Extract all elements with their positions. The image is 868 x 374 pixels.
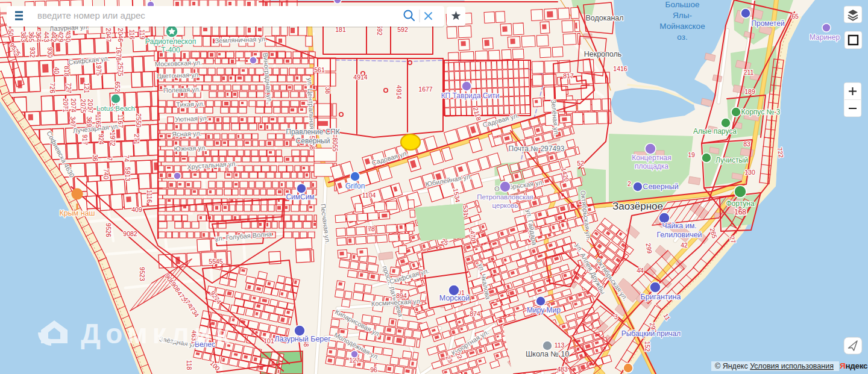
svg-text:Grifon: Grifon (345, 182, 365, 190)
svg-text:Прометей: Прометей (751, 19, 784, 28)
svg-text:383: 383 (20, 31, 27, 42)
svg-text:Рыбацкий причал: Рыбацкий причал (621, 329, 681, 338)
svg-text:42: 42 (681, 242, 688, 249)
svg-text:8055: 8055 (332, 137, 339, 152)
svg-text:101: 101 (263, 337, 274, 344)
svg-text:5913: 5913 (124, 167, 131, 181)
svg-text:площадка: площадка (635, 162, 668, 170)
svg-text:Полевая ул.: Полевая ул. (163, 86, 201, 94)
svg-text:894: 894 (396, 292, 407, 299)
svg-text:347: 347 (69, 116, 77, 127)
svg-text:церковь: церковь (492, 202, 518, 209)
svg-text:168: 168 (734, 208, 746, 216)
svg-text:817: 817 (563, 72, 574, 79)
svg-text:1677: 1677 (418, 86, 433, 93)
svg-text:726: 726 (49, 83, 56, 93)
svg-text:78: 78 (368, 225, 375, 232)
svg-text:СимСим: СимСим (286, 193, 314, 201)
svg-text:Уютная ул.: Уютная ул. (175, 114, 209, 123)
svg-text:Южная ул.: Южная ул. (174, 144, 207, 152)
svg-text:оз.: оз. (677, 33, 687, 42)
svg-text:Чайка им.: Чайка им. (662, 222, 696, 230)
svg-text:Водоканал: Водоканал (585, 14, 623, 22)
svg-text:4914: 4914 (395, 85, 403, 99)
svg-text:930: 930 (46, 47, 54, 58)
svg-text:36: 36 (92, 154, 99, 161)
svg-text:1972: 1972 (109, 132, 116, 146)
svg-text:121: 121 (83, 83, 90, 93)
svg-text:1104: 1104 (362, 192, 376, 199)
svg-text:83: 83 (743, 140, 750, 148)
svg-text:96: 96 (370, 366, 377, 373)
svg-text:2017: 2017 (87, 99, 94, 113)
svg-text:727: 727 (65, 83, 72, 93)
svg-text:Яндекс: Яндекс (840, 361, 868, 370)
svg-text:470: 470 (469, 230, 477, 242)
svg-text:531: 531 (462, 205, 470, 216)
svg-text:52: 52 (577, 160, 584, 167)
svg-text:932: 932 (29, 47, 36, 58)
svg-text:430: 430 (64, 31, 72, 42)
svg-text:Северный: Северный (296, 137, 330, 145)
svg-text:Концертная: Концертная (632, 154, 671, 162)
svg-text:38: 38 (324, 87, 332, 94)
svg-text:50: 50 (7, 29, 14, 36)
svg-text:Школа № 10: Школа № 10 (526, 350, 569, 358)
svg-text:Мойнакское: Мойнакское (659, 22, 705, 31)
svg-text:130: 130 (744, 169, 755, 176)
svg-text:116: 116 (128, 30, 136, 40)
svg-text:Северный: Северный (643, 182, 678, 191)
svg-text:483: 483 (557, 366, 568, 373)
svg-text:Заозёрное: Заозёрное (612, 201, 663, 212)
svg-text:Морской: Морской (439, 294, 470, 302)
svg-text:7: 7 (106, 157, 113, 161)
svg-text:5545: 5545 (209, 258, 223, 265)
svg-text:1167: 1167 (117, 114, 124, 128)
svg-text:365: 365 (28, 31, 35, 42)
svg-text:Цветочная ул.: Цветочная ул. (157, 71, 200, 80)
svg-text:Домклик: Домклик (81, 318, 234, 349)
svg-text:19: 19 (688, 151, 695, 158)
svg-text:Правление СПК: Правление СПК (286, 128, 339, 136)
svg-text:3: 3 (614, 313, 618, 320)
svg-text:Некрополь: Некрополь (584, 50, 622, 58)
svg-text:Почта № 297493: Почта № 297493 (509, 145, 565, 153)
svg-text:Ясная ул.: Ясная ул. (172, 129, 202, 138)
svg-text:2075: 2075 (80, 99, 87, 113)
svg-text:2: 2 (627, 180, 631, 187)
svg-text:74: 74 (123, 155, 130, 162)
svg-text:874: 874 (470, 310, 480, 317)
svg-text:1416: 1416 (613, 65, 627, 72)
svg-text:429: 429 (57, 31, 64, 42)
svg-text:2046: 2046 (117, 28, 124, 42)
svg-text:Фортуна: Фортуна (726, 199, 754, 208)
svg-text:Лучистый: Лучистый (715, 156, 748, 164)
svg-text:1975: 1975 (95, 61, 102, 76)
svg-text:Радиотелескоп: Радиотелескоп (145, 37, 196, 46)
svg-text:2071: 2071 (62, 98, 69, 113)
svg-text:2575: 2575 (117, 62, 124, 76)
svg-text:2550: 2550 (135, 113, 142, 128)
svg-text:364: 364 (35, 31, 42, 42)
svg-text:271: 271 (133, 134, 140, 145)
svg-text:369: 369 (86, 116, 93, 127)
svg-text:152: 152 (644, 341, 651, 352)
svg-text:Петропавловская: Петропавловская (477, 193, 533, 201)
svg-text:118: 118 (186, 360, 193, 370)
svg-text:4914: 4914 (353, 73, 368, 81)
svg-text:1165: 1165 (95, 114, 102, 128)
svg-text:Ялы-: Ялы- (673, 11, 692, 20)
svg-text:211: 211 (744, 69, 754, 76)
svg-text:введите номер или адрес: введите номер или адрес (37, 10, 145, 20)
svg-text:2047: 2047 (105, 28, 112, 42)
svg-text:9526: 9526 (105, 223, 112, 237)
svg-text:917: 917 (81, 134, 89, 145)
svg-text:189: 189 (744, 88, 755, 95)
svg-text:924: 924 (98, 134, 105, 145)
svg-text:740: 740 (102, 169, 110, 179)
svg-text:40: 40 (53, 67, 60, 74)
svg-text:Маринер: Маринер (810, 33, 840, 42)
svg-text:Крым наш: Крым наш (59, 209, 95, 217)
svg-text:1116: 1116 (146, 190, 153, 203)
svg-text:818: 818 (63, 66, 71, 76)
